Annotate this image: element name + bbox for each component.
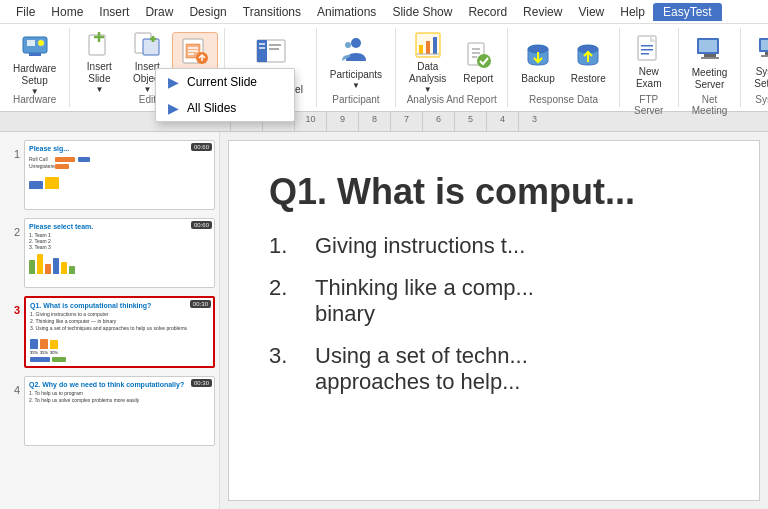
slide-thumb-1[interactable]: 1 00:60 Please sig... Roll Call Unregist… (4, 140, 215, 210)
menu-transitions[interactable]: Transitions (235, 3, 309, 21)
answer-2-text: Thinking like a comp...binary (315, 275, 534, 327)
menu-slideshow[interactable]: Slide Show (384, 3, 460, 21)
slide-image-4[interactable]: 00:30 Q2. Why do we need to think comput… (24, 376, 215, 446)
menu-home[interactable]: Home (43, 3, 91, 21)
all-slides-item[interactable]: ▶ All Slides (156, 95, 294, 121)
insert-object-icon (131, 31, 163, 59)
answer-1-text: Giving instructions t... (315, 233, 525, 259)
menu-review[interactable]: Review (515, 3, 570, 21)
slide-number-4: 4 (4, 376, 20, 396)
menu-file[interactable]: File (8, 3, 43, 21)
participants-button[interactable]: Participants ▼ (323, 32, 389, 92)
svg-rect-40 (699, 40, 717, 52)
data-analysis-icon (412, 31, 444, 59)
ruler-num: 10 (294, 112, 326, 132)
hardware-icon (19, 29, 51, 61)
current-slide-label: Current Slide (187, 75, 257, 89)
slide-3-title: Q1. What is computational thinking? (30, 302, 209, 309)
slide-thumb-2[interactable]: 2 00:60 Please select team. 1. Team 1 2.… (4, 218, 215, 288)
ribbon: Hardware Setup ▼ Hardware InsertSlide ▼ (0, 24, 768, 112)
restore-label: Restore (571, 73, 606, 85)
svg-rect-16 (259, 43, 265, 45)
answer-1-num: 1. (269, 233, 299, 259)
menu-draw[interactable]: Draw (137, 3, 181, 21)
ruler-num: 5 (454, 112, 486, 132)
system-settings-button[interactable]: SystemSettings (747, 32, 768, 92)
slide-4-title: Q2. Why do we need to think computationa… (29, 381, 210, 388)
menu-animations[interactable]: Animations (309, 3, 384, 21)
svg-rect-19 (269, 48, 279, 50)
menu-design[interactable]: Design (181, 3, 234, 21)
edit-group-label: Edit (139, 92, 156, 105)
svg-point-28 (477, 54, 491, 68)
slide-thumb-3[interactable]: 3 00:30 Q1. What is computational thinki… (4, 296, 215, 368)
ribbon-group-meeting: MeetingServer Net Meeting (679, 28, 742, 107)
meeting-server-label: MeetingServer (692, 67, 728, 91)
hardware-setup-button[interactable]: Hardware Setup ▼ (6, 32, 63, 92)
slide-2-timer: 00:60 (191, 221, 212, 229)
meeting-group-label: Net Meeting (685, 92, 735, 116)
slide-content-area: Q1. What is comput... 1. Giving instruct… (228, 140, 760, 501)
slide-number-2: 2 (4, 218, 20, 238)
slide-1-title: Please sig... (29, 145, 210, 152)
current-slide-item[interactable]: ▶ Current Slide (156, 69, 294, 95)
menu-bar: File Home Insert Draw Design Transitions… (0, 0, 768, 24)
settings-panel-icon (255, 38, 287, 70)
meeting-server-button[interactable]: MeetingServer (685, 32, 735, 92)
insert-slide-button[interactable]: InsertSlide ▼ (76, 32, 122, 92)
svg-rect-38 (641, 53, 649, 55)
svg-rect-46 (761, 55, 768, 57)
slide-image-1[interactable]: 00:60 Please sig... Roll Call Unregister… (24, 140, 215, 210)
svg-rect-41 (704, 54, 716, 57)
new-exam-icon (633, 34, 665, 64)
ruler-num: 7 (390, 112, 422, 132)
menu-easytest[interactable]: EasyTest (653, 3, 722, 21)
slide-2-title: Please select team. (29, 223, 210, 230)
new-exam-label: NewExam (636, 66, 662, 90)
svg-rect-24 (426, 41, 430, 54)
answer-3-num: 3. (269, 343, 299, 395)
main-area: 1 00:60 Please sig... Roll Call Unregist… (0, 132, 768, 509)
new-exam-button[interactable]: NewExam (626, 32, 672, 92)
hardware-group-label: Hardware (13, 92, 56, 105)
restore-button[interactable]: Restore (564, 32, 613, 92)
menu-record[interactable]: Record (460, 3, 515, 21)
participants-icon (340, 35, 372, 67)
svg-rect-25 (433, 37, 437, 54)
menu-view[interactable]: View (570, 3, 612, 21)
restore-icon (572, 39, 604, 71)
participant-group-label: Participant (332, 92, 379, 105)
svg-rect-42 (701, 57, 719, 59)
slide-image-2[interactable]: 00:60 Please select team. 1. Team 1 2. T… (24, 218, 215, 288)
answer-3-text: Using a set of techn...approaches to hel… (315, 343, 528, 395)
svg-rect-23 (419, 45, 423, 54)
ruler-num: 4 (486, 112, 518, 132)
slide-panel[interactable]: 1 00:60 Please sig... Roll Call Unregist… (0, 132, 220, 509)
ribbon-group-response: Backup Restore Response Data (508, 28, 619, 107)
backup-label: Backup (521, 73, 554, 85)
answer-2-num: 2. (269, 275, 299, 327)
svg-rect-44 (761, 40, 768, 50)
current-slide-icon: ▶ (168, 74, 179, 90)
data-analysis-button[interactable]: DataAnalysis ▼ (402, 32, 453, 92)
backup-icon (522, 39, 554, 71)
ruler-num: 9 (326, 112, 358, 132)
slide-thumb-4[interactable]: 4 00:30 Q2. Why do we need to think comp… (4, 376, 215, 446)
slide-number-3: 3 (4, 296, 20, 316)
svg-rect-3 (29, 53, 41, 56)
ftp-group-label: FTP Server (626, 92, 672, 116)
insert-slide-label: InsertSlide (87, 61, 112, 85)
system-settings-icon (756, 34, 768, 64)
menu-insert[interactable]: Insert (91, 3, 137, 21)
slide-image-3[interactable]: 00:30 Q1. What is computational thinking… (24, 296, 215, 368)
data-analysis-label: DataAnalysis (409, 61, 446, 85)
report-button[interactable]: Report (455, 32, 501, 92)
analysis-group-label: Analysis And Report (407, 92, 497, 105)
ruler-num: 6 (422, 112, 454, 132)
svg-rect-1 (27, 40, 35, 46)
reset-dropdown-menu: ▶ Current Slide ▶ All Slides (155, 68, 295, 122)
slide-1-timer: 00:60 (191, 143, 212, 151)
backup-button[interactable]: Backup (514, 32, 561, 92)
slide-question: Q1. What is comput... (269, 171, 719, 213)
menu-help[interactable]: Help (612, 3, 653, 21)
